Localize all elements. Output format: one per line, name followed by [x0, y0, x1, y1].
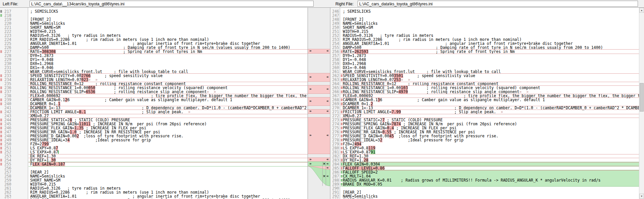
code-line: [FRONT_2] [30, 17, 308, 21]
diff-chevron-icon: » [309, 109, 312, 113]
code-text: BRAKE_DX_MOD=0.05 [343, 182, 382, 187]
code-text: 6 ; Camber gain value as slipangle multi… [67, 97, 232, 102]
code-line: ; SEMISLICKS [343, 9, 639, 13]
file-header-bar: Left File: L:\AC_cars_data\__134cars\ks_… [0, 0, 644, 8]
left-code-area[interactable]: ; SEMISLICKS[FRONT_2]NAME=SemislicksSHOR… [29, 9, 308, 199]
right-line-numbers: 2462472482492502512522532542552562572582… [330, 9, 339, 199]
code-text: ; Slip angle peak. [86, 110, 183, 114]
code-line: SHORT_NAME=SM [30, 178, 308, 182]
changed-text: 2 [380, 138, 382, 142]
code-line: CAMBER_GAIN=0.136 ; Camber gain value as… [343, 98, 639, 102]
code-line: LS_EXPY=0.8119 [343, 146, 639, 150]
change-tick [341, 139, 342, 141]
code-line: ; SEMISLICKS [30, 9, 308, 13]
change-tick [341, 167, 342, 170]
code-line: FLEX_GAIN=0.0304 [343, 162, 639, 166]
code-text: ; Slip angle peak. [401, 110, 496, 114]
vertical-scrollbar[interactable]: ▲ ▼ [639, 8, 644, 199]
code-line: RATE=308308 ; Spring rate of front tyres… [30, 50, 308, 54]
change-tick [0, 90, 2, 93]
code-line: BRAKE_DX_MOD=0.05 [343, 182, 639, 186]
change-tick [341, 131, 342, 133]
code-line: NAME=Semislicks [343, 21, 639, 25]
code-line [343, 13, 639, 17]
diff-chevron-icon: « [326, 133, 329, 137]
change-tick [0, 86, 2, 89]
diff-chevron-icon: « [326, 87, 329, 91]
code-line: DX0=1.2968 [30, 62, 308, 66]
change-tick [0, 10, 2, 13]
code-line [30, 166, 308, 170]
code-line: NAME=Semislicks [343, 194, 639, 198]
code-line: FRICTION_LIMIT_ANGLE=7.99 ; Slip angle p… [343, 110, 639, 114]
change-tick [0, 139, 2, 141]
code-line: DX_REF=1.30 [343, 154, 639, 158]
diff-chevron-icon: « [326, 49, 329, 53]
change-tick [341, 127, 342, 129]
change-tick [341, 175, 342, 178]
change-tick [341, 123, 342, 125]
right-pane[interactable]: 2462472482492502512522532542552562572582… [330, 8, 639, 199]
left-file-path-input[interactable]: L:\AC_cars_data\__134cars\ks_toyota_gt86… [30, 1, 314, 7]
code-line: PRESSURE_IDEAL=32 ;Ideal pressure for gr… [343, 138, 639, 142]
code-line: [FRONT_2] [343, 17, 639, 21]
diff-chevron-icon: « [326, 75, 329, 79]
change-tick [341, 163, 342, 165]
change-tick [0, 119, 2, 121]
code-text: ;Ideal pressure for grip [382, 138, 464, 142]
change-tick [341, 179, 342, 182]
code-text: F [30, 162, 33, 167]
diff-cross-icon: × [323, 162, 326, 166]
diff-chevron-icon: « [326, 174, 329, 178]
diff-cross-icon: × [323, 174, 326, 178]
change-tick [0, 98, 2, 101]
code-line: DX0=1.2968 [343, 62, 639, 66]
changed-text: 7.99 [391, 110, 401, 114]
diff-chevron-icon: » [309, 133, 312, 137]
change-tick [341, 103, 342, 105]
added-text: 91 [371, 150, 375, 154]
change-tick [0, 131, 2, 133]
change-tick [341, 159, 342, 161]
change-tick [341, 147, 342, 149]
code-text: ; Spring rate of front tyres in Nm [56, 49, 202, 54]
diff-chevron-icon: « [326, 109, 329, 113]
scroll-up-button[interactable]: ▲ [639, 8, 644, 13]
diff-chevron-icon: « [326, 166, 329, 170]
change-tick [0, 151, 2, 153]
code-line: DY0=1.2873 [30, 54, 308, 58]
change-tick [0, 78, 2, 81]
left-file-label: Left File: [3, 2, 18, 6]
code-line: PRESSURE_IDEAL=34 ;Ideal pressure for gr… [30, 138, 308, 142]
change-tick [0, 163, 2, 165]
diff-gutter: »«»«»«»«»«»«»«»×««×« [308, 8, 330, 199]
change-tick [0, 147, 2, 149]
code-line [343, 186, 639, 190]
code-line: DY1=-0.048 [343, 58, 639, 62]
code-line [30, 13, 308, 17]
code-line: DY_REF=1.30 [30, 158, 308, 162]
up-arrow-icon: ▲ [641, 9, 643, 11]
diff-chevron-icon: » [309, 162, 312, 166]
code-line: RADIUS_ANGULAR_K=0.01 ; Radius grows of … [343, 178, 639, 182]
changed-text: 8.1 [79, 110, 86, 114]
diff-chevron-icon: « [326, 157, 329, 161]
right-file-label: Right File: [335, 2, 354, 6]
change-tick [341, 119, 342, 121]
left-pane[interactable]: 2172182192202212222232242252262272282292… [0, 8, 308, 199]
scroll-down-button[interactable]: ▼ [639, 194, 644, 199]
right-code-area[interactable]: ; SEMISLICKS[FRONT_2]NAME=SemislicksSHOR… [340, 9, 639, 199]
diff-chevron-icon: » [309, 157, 312, 161]
code-line: RATE=262593 ; Spring rate of front tyres… [343, 50, 639, 54]
change-tick [341, 151, 342, 153]
scrollbar-thumb[interactable] [640, 83, 644, 112]
change-tick [0, 14, 2, 17]
code-line: CAMBER_GAIN=0.126 ; Camber gain value as… [30, 98, 308, 102]
change-tick [0, 103, 2, 105]
code-line: SHORT_NAME=SM [30, 25, 308, 29]
code-line: FALLOFF_SPEED=2 [343, 170, 639, 174]
change-tick [0, 135, 2, 137]
change-tick [341, 90, 342, 93]
right-file-path-input[interactable]: L:\AC_cars_data\ks_toyota_gt86\tyres.ini [358, 1, 638, 7]
diff-chevron-icon: » [309, 99, 312, 103]
